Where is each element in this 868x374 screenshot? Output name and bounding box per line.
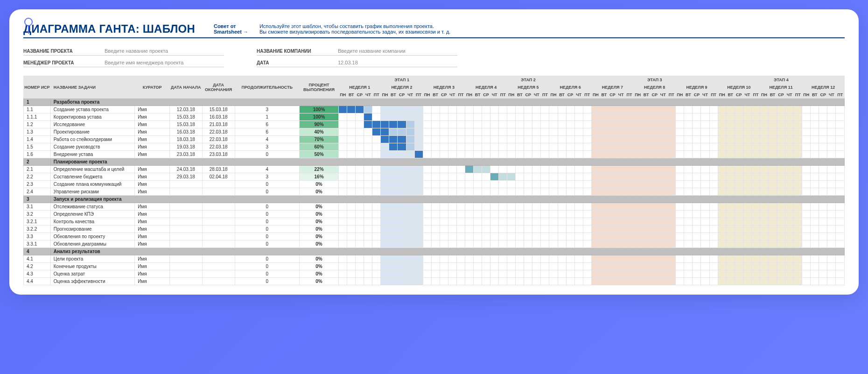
gantt-cell[interactable] xyxy=(684,218,693,226)
cell-task[interactable]: Контроль качества xyxy=(50,218,135,226)
gantt-cell[interactable] xyxy=(431,263,440,270)
gantt-cell[interactable] xyxy=(507,218,516,226)
gantt-cell[interactable] xyxy=(524,143,532,151)
gantt-cell[interactable] xyxy=(381,211,389,218)
gantt-cell[interactable] xyxy=(339,188,347,196)
gantt-cell[interactable] xyxy=(760,121,768,128)
gantt-cell[interactable] xyxy=(684,211,693,218)
cell-start[interactable] xyxy=(169,218,202,226)
gantt-cell[interactable] xyxy=(693,173,701,181)
gantt-cell[interactable] xyxy=(389,181,398,188)
gantt-cell[interactable] xyxy=(456,166,465,173)
gantt-cell[interactable] xyxy=(381,240,389,248)
gantt-cell[interactable] xyxy=(827,211,836,218)
gantt-cell[interactable] xyxy=(356,106,364,113)
gantt-cell[interactable] xyxy=(499,278,507,285)
gantt-cell[interactable] xyxy=(356,218,364,226)
gantt-cell[interactable] xyxy=(499,181,507,188)
cell-end[interactable]: 21.03.18 xyxy=(202,121,235,128)
gantt-cell[interactable] xyxy=(693,270,701,278)
gantt-cell[interactable] xyxy=(701,128,709,136)
gantt-cell[interactable] xyxy=(676,255,684,263)
cell-curator[interactable]: Имя xyxy=(135,181,170,188)
gantt-cell[interactable] xyxy=(448,226,456,233)
cell-wbs[interactable]: 1.1.1 xyxy=(24,113,51,121)
gantt-cell[interactable] xyxy=(507,278,516,285)
gantt-cell[interactable] xyxy=(431,106,440,113)
gantt-cell[interactable] xyxy=(811,203,819,211)
gantt-cell[interactable] xyxy=(440,278,448,285)
gantt-cell[interactable] xyxy=(591,106,600,113)
gantt-cell[interactable] xyxy=(339,211,347,218)
cell-end[interactable] xyxy=(202,240,235,248)
cell-wbs[interactable]: 3.2 xyxy=(24,211,51,218)
gantt-cell[interactable] xyxy=(785,263,794,270)
gantt-cell[interactable] xyxy=(364,121,372,128)
gantt-cell[interactable] xyxy=(474,128,482,136)
gantt-cell[interactable] xyxy=(558,173,566,181)
gantt-cell[interactable] xyxy=(676,188,684,196)
gantt-cell[interactable] xyxy=(372,255,381,263)
gantt-cell[interactable] xyxy=(507,188,516,196)
gantt-cell[interactable] xyxy=(802,233,811,240)
gantt-cell[interactable] xyxy=(642,270,651,278)
gantt-cell[interactable] xyxy=(676,173,684,181)
gantt-cell[interactable] xyxy=(474,226,482,233)
gantt-cell[interactable] xyxy=(474,218,482,226)
cell-start[interactable]: 15.03.18 xyxy=(169,113,202,121)
gantt-cell[interactable] xyxy=(532,270,541,278)
gantt-cell[interactable] xyxy=(516,240,524,248)
gantt-cell[interactable] xyxy=(600,211,608,218)
gantt-cell[interactable] xyxy=(651,188,659,196)
gantt-cell[interactable] xyxy=(558,218,566,226)
cell-curator[interactable]: Имя xyxy=(135,255,170,263)
gantt-cell[interactable] xyxy=(490,143,499,151)
gantt-cell[interactable] xyxy=(448,218,456,226)
gantt-cell[interactable] xyxy=(701,143,709,151)
gantt-cell[interactable] xyxy=(684,143,693,151)
gantt-cell[interactable] xyxy=(819,128,827,136)
gantt-cell[interactable] xyxy=(709,106,718,113)
gantt-cell[interactable] xyxy=(659,233,667,240)
cell-duration[interactable]: 1 xyxy=(235,113,299,121)
gantt-cell[interactable] xyxy=(448,233,456,240)
gantt-cell[interactable] xyxy=(625,240,634,248)
gantt-cell[interactable] xyxy=(549,263,558,270)
gantt-cell[interactable] xyxy=(456,113,465,121)
cell-duration[interactable]: 6 xyxy=(235,128,299,136)
gantt-cell[interactable] xyxy=(642,106,651,113)
cell-percent[interactable]: 0% xyxy=(299,263,338,270)
gantt-cell[interactable] xyxy=(726,240,735,248)
gantt-cell[interactable] xyxy=(406,166,414,173)
gantt-cell[interactable] xyxy=(566,188,574,196)
gantt-cell[interactable] xyxy=(549,233,558,240)
gantt-cell[interactable] xyxy=(811,143,819,151)
gantt-cell[interactable] xyxy=(541,255,549,263)
gantt-cell[interactable] xyxy=(356,166,364,173)
gantt-cell[interactable] xyxy=(456,181,465,188)
gantt-cell[interactable] xyxy=(684,136,693,143)
gantt-cell[interactable] xyxy=(600,255,608,263)
gantt-cell[interactable] xyxy=(524,278,532,285)
gantt-cell[interactable] xyxy=(735,263,743,270)
gantt-cell[interactable] xyxy=(819,151,827,158)
gantt-cell[interactable] xyxy=(827,136,836,143)
gantt-cell[interactable] xyxy=(769,188,777,196)
gantt-cell[interactable] xyxy=(642,240,651,248)
gantt-cell[interactable] xyxy=(490,173,499,181)
gantt-cell[interactable] xyxy=(507,173,516,181)
gantt-cell[interactable] xyxy=(651,166,659,173)
gantt-cell[interactable] xyxy=(389,263,398,270)
gantt-cell[interactable] xyxy=(625,113,634,121)
gantt-cell[interactable] xyxy=(608,106,616,113)
gantt-cell[interactable] xyxy=(364,173,372,181)
gantt-cell[interactable] xyxy=(634,255,642,263)
gantt-cell[interactable] xyxy=(549,143,558,151)
gantt-cell[interactable] xyxy=(600,240,608,248)
gantt-cell[interactable] xyxy=(482,173,490,181)
gantt-cell[interactable] xyxy=(726,203,735,211)
gantt-cell[interactable] xyxy=(718,240,726,248)
cell-wbs[interactable]: 3.3 xyxy=(24,233,51,240)
gantt-cell[interactable] xyxy=(819,143,827,151)
gantt-cell[interactable] xyxy=(760,240,768,248)
